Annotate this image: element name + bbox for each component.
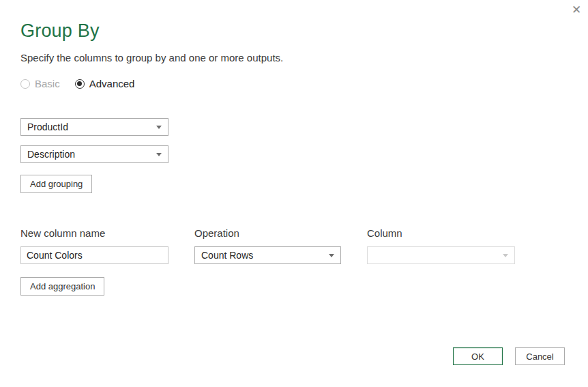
chevron-down-icon xyxy=(156,126,162,129)
ok-button[interactable]: OK xyxy=(453,347,503,365)
page-title: Group By xyxy=(20,20,568,42)
radio-advanced[interactable]: Advanced xyxy=(75,78,135,89)
radio-advanced-icon xyxy=(75,79,85,89)
mode-selector: Basic Advanced xyxy=(20,78,568,89)
radio-basic[interactable]: Basic xyxy=(20,78,60,89)
group-column-dropdown-1-value: ProductId xyxy=(27,121,68,132)
operation-dropdown[interactable]: Count Rows xyxy=(194,246,341,264)
column-label: Column xyxy=(367,227,515,239)
group-column-dropdown-1[interactable]: ProductId xyxy=(20,118,168,136)
dialog-subtitle: Specify the columns to group by and one … xyxy=(20,52,568,63)
radio-basic-icon xyxy=(20,79,30,89)
chevron-down-icon xyxy=(329,254,334,257)
add-aggregation-button[interactable]: Add aggregation xyxy=(20,277,104,296)
new-column-name-input[interactable] xyxy=(20,246,168,264)
add-grouping-button[interactable]: Add grouping xyxy=(20,175,92,193)
group-column-dropdown-2-value: Description xyxy=(27,149,75,160)
radio-advanced-dot xyxy=(77,81,82,86)
dialog-footer: OK Cancel xyxy=(453,347,565,365)
radio-advanced-label: Advanced xyxy=(89,78,135,89)
cancel-button[interactable]: Cancel xyxy=(515,347,565,365)
radio-basic-label: Basic xyxy=(35,78,60,89)
group-column-dropdown-2[interactable]: Description xyxy=(20,145,168,163)
aggregation-section: New column name Operation Count Rows Col… xyxy=(20,227,568,264)
column-dropdown xyxy=(367,246,515,264)
operation-label: Operation xyxy=(194,227,341,239)
grouping-section: ProductId Description Add grouping xyxy=(20,118,568,193)
new-column-name-label: New column name xyxy=(20,227,168,239)
close-icon[interactable]: ✕ xyxy=(569,2,584,17)
operation-dropdown-value: Count Rows xyxy=(201,250,253,261)
chevron-down-icon xyxy=(503,254,508,257)
chevron-down-icon xyxy=(156,153,162,156)
group-by-dialog: ✕ Group By Specify the columns to group … xyxy=(0,0,588,387)
